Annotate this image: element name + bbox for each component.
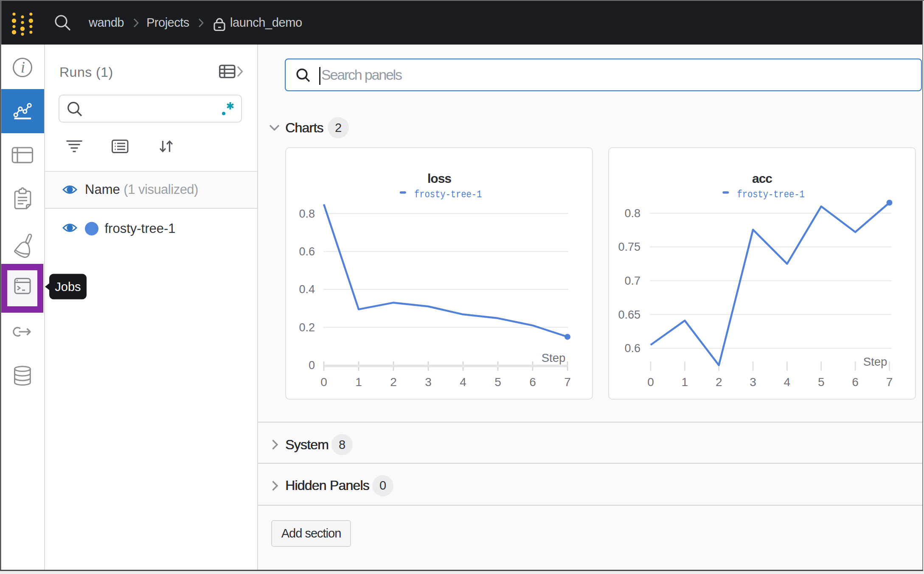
svg-text:2: 2 [716,375,722,389]
svg-text:Jobs: Jobs [55,280,81,294]
svg-text:i: i [21,59,25,76]
svg-text:6: 6 [529,375,536,389]
svg-text:0.6: 0.6 [624,342,640,355]
svg-text:0: 0 [309,359,315,372]
svg-text:3: 3 [750,375,756,389]
svg-text:0.7: 0.7 [624,274,640,287]
svg-text:1: 1 [355,375,362,389]
svg-text:6: 6 [852,375,859,389]
svg-text:loss: loss [427,171,451,185]
svg-text:acc: acc [752,171,772,185]
svg-text:4: 4 [460,375,466,389]
svg-text:7: 7 [886,375,893,389]
svg-text:3: 3 [425,375,432,389]
svg-text:2: 2 [390,375,397,389]
svg-text:4: 4 [784,375,791,389]
svg-text:0.6: 0.6 [299,245,315,258]
svg-text:Step: Step [542,351,566,364]
svg-text:frosty-tree-1: frosty-tree-1 [414,189,482,200]
svg-text:7: 7 [564,375,571,389]
svg-text:1: 1 [682,375,688,389]
svg-text:0.75: 0.75 [618,241,640,253]
svg-text:5: 5 [818,375,825,389]
svg-text:0.2: 0.2 [299,321,315,334]
svg-text:Step: Step [863,355,887,368]
svg-text:0.65: 0.65 [618,308,640,321]
svg-text:0.8: 0.8 [299,207,315,220]
svg-text:5: 5 [494,375,501,389]
svg-text:0: 0 [647,375,654,389]
svg-text:0.8: 0.8 [624,207,640,220]
svg-text:0: 0 [320,375,327,389]
svg-text:frosty-tree-1: frosty-tree-1 [737,189,805,200]
svg-text:0.4: 0.4 [299,283,315,296]
